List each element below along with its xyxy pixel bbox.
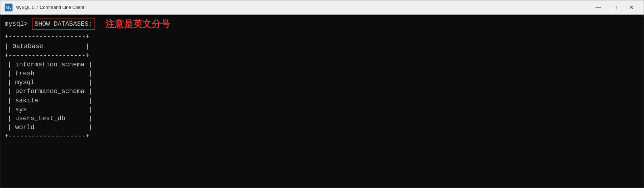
table-row: | performance_schema | <box>5 87 639 96</box>
separator-top: +--------------------+ <box>5 32 639 41</box>
titlebar-left: My MySQL 5.7 Command Line Client <box>5 4 84 11</box>
terminal-area[interactable]: mysql> SHOW DATABASES; 注意是英文分号 +--------… <box>0 15 644 188</box>
command-box: SHOW DATABASES; <box>32 19 95 30</box>
table-row: | users_test_db | <box>5 114 639 123</box>
annotation-text: 注意是英文分号 <box>105 17 170 30</box>
separator-mid: +--------------------+ <box>5 51 639 60</box>
maximize-button[interactable]: □ <box>607 2 623 13</box>
close-button[interactable]: ✕ <box>623 2 639 13</box>
window-title: MySQL 5.7 Command Line Client <box>15 5 84 10</box>
table-row: | fresh | <box>5 69 639 78</box>
table-row: | mysql | <box>5 78 639 87</box>
table-content: +--------------------+ | Database | +---… <box>5 32 639 141</box>
main-window: My MySQL 5.7 Command Line Client — □ ✕ m… <box>0 0 644 188</box>
db-rows-container: | information_schema || fresh || mysql |… <box>5 60 639 132</box>
titlebar-controls: — □ ✕ <box>590 2 639 13</box>
titlebar: My MySQL 5.7 Command Line Client — □ ✕ <box>0 0 644 15</box>
prompt-text: mysql> <box>5 20 32 29</box>
table-row: | world | <box>5 123 639 132</box>
prompt-line: mysql> SHOW DATABASES; 注意是英文分号 <box>5 17 639 30</box>
minimize-button[interactable]: — <box>590 2 607 13</box>
separator-bottom: +--------------------+ <box>5 132 639 141</box>
table-row: | information_schema | <box>5 60 639 69</box>
table-row: | sys | <box>5 105 639 114</box>
table-header: | Database | <box>5 42 639 51</box>
table-row: | sakila | <box>5 96 639 105</box>
app-icon: My <box>5 4 12 11</box>
